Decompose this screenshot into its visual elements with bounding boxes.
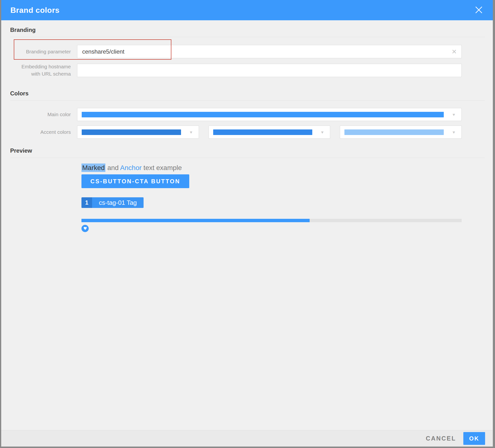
chevron-down-icon: ▼ xyxy=(452,113,456,116)
accent-colors-row: Accent colors ▼ ▼ ▼ xyxy=(10,126,462,139)
chevron-down-icon: ▼ xyxy=(189,131,193,134)
preview-cta-button: CS-BUTTON-CTA BUTTON xyxy=(82,174,189,188)
section-heading-preview: Preview xyxy=(10,147,485,158)
preview-tag-number: 1 xyxy=(82,197,92,208)
heart-icon: ♥ xyxy=(83,226,87,231)
accent-color-swatch-1 xyxy=(82,130,181,135)
close-button[interactable] xyxy=(474,5,484,15)
section-heading-branding: Branding xyxy=(10,26,485,37)
chevron-down-icon: ▼ xyxy=(320,131,324,134)
clear-icon[interactable]: ✕ xyxy=(452,49,457,55)
brand-colors-dialog: Brand colors Branding Branding parameter… xyxy=(0,0,495,448)
dialog-header: Brand colors xyxy=(1,0,493,20)
dialog-title: Brand colors xyxy=(10,6,59,15)
preview-anchor-link: Anchor xyxy=(120,164,142,171)
cancel-button[interactable]: CANCEL xyxy=(426,435,456,442)
preview-progress-bar xyxy=(82,219,462,222)
branding-parameter-label: Branding parameter xyxy=(10,48,77,55)
branding-parameter-row: Branding parameter ✕ xyxy=(10,45,462,58)
accent-color-swatch-2 xyxy=(213,130,313,135)
preview-text-example: Marked and Anchor text example xyxy=(82,163,462,172)
dialog-footer: CANCEL OK xyxy=(1,430,493,447)
embedding-hostname-row: Embedding hostname with URL schema xyxy=(10,63,462,78)
embedding-hostname-input[interactable] xyxy=(77,64,462,77)
ok-button[interactable]: OK xyxy=(463,432,485,445)
accent-color-swatch-3 xyxy=(344,130,444,135)
main-color-swatch xyxy=(82,112,444,117)
preview-tag-label: cs-tag-01 Tag xyxy=(92,197,144,208)
accent-color-select-3[interactable]: ▼ xyxy=(340,126,462,139)
main-color-label: Main color xyxy=(10,111,77,118)
embedding-hostname-label: Embedding hostname with URL schema xyxy=(10,63,77,78)
close-icon xyxy=(475,6,483,15)
preview-progress-fill xyxy=(82,219,310,222)
branding-parameter-input[interactable] xyxy=(77,45,462,58)
accent-colors-group: ▼ ▼ ▼ xyxy=(77,126,462,139)
preview-block: Marked and Anchor text example CS-BUTTON… xyxy=(82,163,462,232)
accent-colors-label: Accent colors xyxy=(10,129,77,136)
branding-parameter-field-wrap: ✕ xyxy=(77,45,462,58)
accent-color-select-1[interactable]: ▼ xyxy=(77,126,199,139)
preview-tag: 1 cs-tag-01 Tag xyxy=(82,197,144,208)
dialog-body: Branding Branding parameter ✕ Embedding … xyxy=(1,26,493,232)
preview-heart-badge: ♥ xyxy=(82,225,89,232)
embedding-hostname-field-wrap xyxy=(77,64,462,77)
section-heading-colors: Colors xyxy=(10,90,485,101)
chevron-down-icon: ▼ xyxy=(452,131,456,134)
accent-color-select-2[interactable]: ▼ xyxy=(209,126,330,139)
main-color-select[interactable]: ▼ xyxy=(77,108,462,121)
main-color-row: Main color ▼ xyxy=(10,108,462,121)
preview-marked-text: Marked xyxy=(82,163,105,172)
